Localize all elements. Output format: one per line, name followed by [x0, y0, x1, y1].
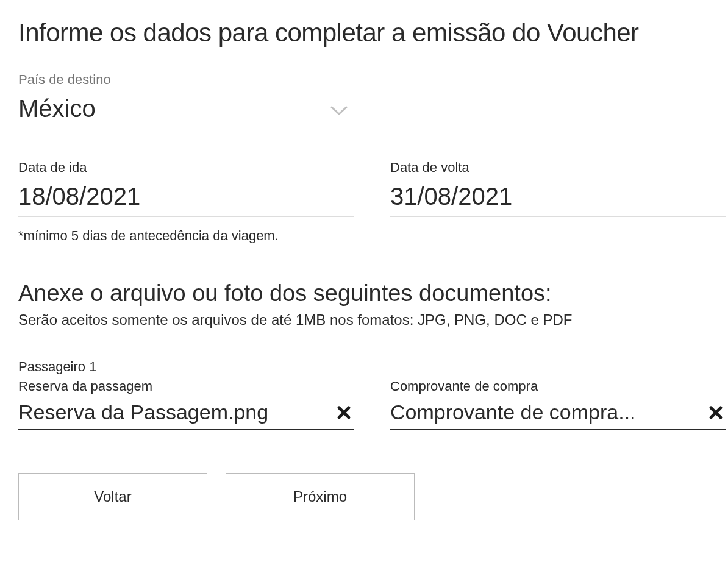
reservation-file-field[interactable]: Reserva da Passagem.png	[18, 400, 354, 430]
return-date-input[interactable]	[390, 183, 726, 217]
departure-hint: *mínimo 5 dias de antecedência da viagem…	[18, 228, 354, 244]
page-heading: Informe os dados para completar a emissã…	[18, 18, 710, 48]
close-icon[interactable]	[706, 405, 726, 420]
departure-label: Data de ida	[18, 160, 354, 176]
close-icon[interactable]	[334, 405, 354, 420]
return-field-group: Data de volta	[390, 160, 726, 244]
departure-field-group: Data de ida *mínimo 5 dias de antecedênc…	[18, 160, 354, 244]
reservation-file-name: Reserva da Passagem.png	[18, 400, 334, 424]
departure-date-input[interactable]	[18, 183, 354, 217]
receipt-upload-label: Comprovante de compra	[390, 378, 726, 394]
attach-subtext: Serão aceitos somente os arquivos de até…	[18, 311, 710, 329]
next-button[interactable]: Próximo	[226, 473, 415, 520]
destination-select[interactable]: México	[18, 95, 354, 129]
passenger-label: Passageiro 1	[18, 359, 710, 375]
return-label: Data de volta	[390, 160, 726, 176]
back-button[interactable]: Voltar	[18, 473, 207, 520]
destination-field-group: País de destino México	[18, 72, 710, 129]
button-row: Voltar Próximo	[18, 473, 710, 520]
attach-heading: Anexe o arquivo ou foto dos seguintes do…	[18, 280, 710, 307]
chevron-down-icon	[330, 105, 348, 119]
destination-label: País de destino	[18, 72, 710, 88]
receipt-file-name: Comprovante de compra...	[390, 400, 706, 424]
receipt-upload-group: Comprovante de compra Comprovante de com…	[390, 378, 726, 430]
destination-value[interactable]: México	[18, 95, 354, 123]
reservation-upload-label: Reserva da passagem	[18, 378, 354, 394]
receipt-file-field[interactable]: Comprovante de compra...	[390, 400, 726, 430]
reservation-upload-group: Reserva da passagem Reserva da Passagem.…	[18, 378, 354, 430]
